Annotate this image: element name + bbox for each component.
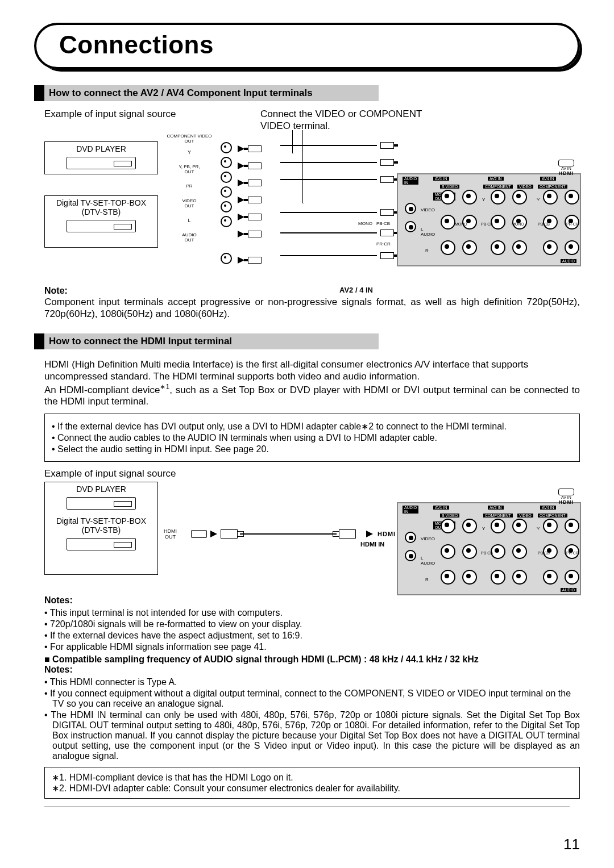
plug-icon (380, 252, 394, 259)
jack-icon (543, 240, 558, 255)
jack-icon (565, 190, 579, 205)
jack-icon (462, 544, 477, 559)
plug-icon (248, 162, 262, 169)
dvd-icon (67, 497, 136, 510)
plug-icon (248, 214, 262, 220)
plug-icon (380, 209, 394, 216)
stb-line1: Digital TV-SET-TOP-BOX (47, 516, 155, 525)
av24-top-labels: Example of input signal source Connect t… (44, 108, 580, 132)
para2a: An HDMI-compliant device (44, 384, 160, 395)
panel-av1-in: AV1 IN (433, 506, 449, 510)
notes2-list: This HDMI connecter is Type A. If you co… (44, 677, 580, 761)
hdmi-logo: HDMI (558, 170, 574, 176)
cable-icon (280, 179, 377, 180)
note-item: This HDMI connecter is Type A. (44, 677, 580, 687)
cable-icon (280, 162, 377, 163)
jack-icon (512, 570, 527, 585)
notes1-list: This input terminal is not intended for … (44, 608, 580, 652)
panel-pbcb-2: PB·CB (538, 551, 550, 555)
panel-av1-in: AV1 IN (433, 177, 449, 181)
page: Connections How to connect the AV2 / AV4… (0, 0, 614, 868)
jack-icon (462, 570, 477, 585)
info-bullet: Connect the audio cables to the AUDIO IN… (52, 433, 572, 443)
page-title-container: Connections (34, 23, 580, 69)
jack-icon (565, 240, 579, 255)
notes1-label: Notes: (44, 595, 580, 606)
jack-icon (543, 570, 558, 585)
heading-accent (34, 85, 44, 101)
panel-y-2: Y (537, 526, 540, 531)
jack-icon (491, 570, 505, 585)
arrow-plug-row (238, 252, 262, 269)
diagram-hdmi: DVD PLAYER Digital TV-SET-TOP-BOX (DTV-S… (44, 482, 579, 595)
note-item: The HDMI IN terminal can only be used wi… (44, 710, 580, 761)
hdmi-cable-row: HDMI (191, 529, 396, 539)
notes2-label: Notes: (44, 665, 580, 675)
para2-sup: ∗1 (160, 383, 169, 391)
rear-panel: AUDIO IN AV1 IN S VIDEO MONITOR OUT AV2 … (397, 173, 581, 266)
panel-audio-label: AUDIO (561, 259, 576, 263)
hdmi-in-label: HDMI IN (360, 541, 384, 548)
arrow-plug-row (238, 208, 277, 226)
connect-label: Connect the VIDEO or COMPONENT VIDEO ter… (260, 108, 422, 132)
panel-prcr-2: PR·CR (566, 551, 579, 555)
arrow-plug-row (238, 174, 277, 191)
jack-column (218, 139, 235, 231)
jack-icon (405, 221, 416, 232)
hdmi-info-box: If the external device has DVI output on… (44, 414, 580, 462)
note-av24-row: Note: AV2 / 4 IN (44, 286, 566, 296)
hdmi-port-icon (191, 530, 207, 538)
dvd-label: DVD PLAYER (47, 485, 155, 494)
stb-icon (67, 220, 136, 232)
footnote: ∗1. HDMI-compliant device is that has th… (52, 772, 572, 783)
note-item: If you connect equipment without a digit… (44, 688, 580, 709)
plug-icon (248, 231, 262, 237)
jack-icon (441, 240, 455, 255)
jack-icon (462, 190, 477, 205)
panel-jack-wrap (405, 203, 416, 232)
panel-y-1: Y (482, 526, 485, 531)
panel-mono-2: MONO (512, 222, 524, 226)
hdmi-example-label: Example of input signal source (44, 468, 580, 479)
jack-icon (491, 519, 505, 533)
panel-r-label: R (425, 577, 429, 582)
panel-av4-in: AV4 IN (540, 177, 556, 181)
jack-icon (221, 157, 232, 168)
plug-icon (380, 142, 394, 149)
note-label: Note: (44, 286, 68, 296)
jack-icon (405, 203, 416, 214)
hdmi-logo: HDMI (377, 531, 396, 537)
cable-icon (280, 145, 377, 146)
av-in-block: AV IN HDMI (558, 489, 574, 505)
panel-y-2: Y (537, 197, 540, 202)
av-in-block: AV IN HDMI (558, 160, 574, 176)
panel-r-label: R (425, 248, 429, 253)
footer-rule (44, 807, 570, 807)
jack-icon (543, 519, 558, 533)
av-in-label: AV IN (558, 495, 574, 499)
hdmi-para2: An HDMI-compliant device∗1, such as a Se… (44, 383, 580, 408)
plug-icon (248, 197, 262, 203)
arrow-plug-row (238, 226, 277, 243)
panel-pbcb-2: PB·CB (538, 222, 550, 226)
arrow-plug-row (238, 157, 277, 174)
dvd-icon (67, 157, 136, 169)
jack-icon (221, 172, 232, 183)
comp-video-out: COMPONENT VIDEO OUT (164, 133, 215, 144)
heading-text: How to connect the HDMI Input terminal (44, 333, 379, 349)
heading-accent (34, 333, 44, 349)
note-text: Component input terminals accept progres… (44, 296, 580, 320)
jack-icon (441, 519, 455, 533)
info-bullet: If the external device has DVI output on… (52, 421, 572, 432)
jack-icon (441, 544, 455, 559)
jack-icon (512, 544, 527, 559)
cable-icon (240, 533, 337, 535)
cable-icon (280, 212, 377, 213)
arrow-plug-row (238, 191, 277, 208)
jack-icon (462, 240, 477, 255)
out-ypbpr: Y, PB, PR, OUT (164, 161, 215, 178)
stb-icon (67, 538, 136, 550)
pointer-line (292, 130, 293, 153)
arrow-right-icon (210, 531, 217, 537)
note-item: If the external devices have the aspect … (44, 631, 580, 641)
